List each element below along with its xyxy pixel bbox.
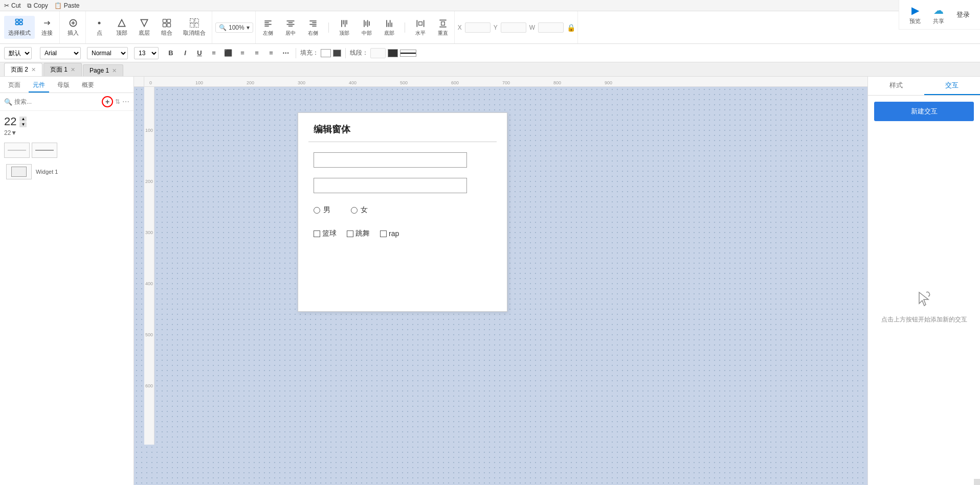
paste-label: Paste [64, 2, 80, 9]
share-btn[interactable]: ☁ 共享 [929, 2, 948, 27]
bottom-align-btn[interactable]: 底部 [380, 17, 398, 38]
preview-label: 预览 [909, 17, 921, 25]
left-align-group: 左侧 [259, 17, 277, 38]
right-tab-interaction[interactable]: 交互 [924, 77, 981, 95]
checkbox-dance[interactable]: 跳舞 [347, 229, 370, 238]
sidebar-tab-masters[interactable]: 母版 [53, 79, 74, 93]
tab-page2-label: 页面 2 [11, 65, 28, 74]
svg-rect-3 [19, 22, 23, 25]
distribute-h-btn[interactable]: 水平 [411, 17, 430, 38]
tab-page2[interactable]: 页面 2 ✕ [4, 63, 42, 76]
group-btn[interactable]: 组合 [157, 16, 177, 39]
top-align-btn[interactable]: 顶部 [335, 17, 353, 38]
share-label: 共享 [933, 17, 944, 25]
canvas-input-1[interactable] [314, 152, 467, 168]
x-input[interactable] [465, 22, 491, 33]
fill-color-white[interactable] [321, 49, 331, 57]
add-icon[interactable]: + [105, 98, 109, 106]
bottom-btn[interactable]: 底层 [134, 16, 154, 39]
italic-btn[interactable]: I [179, 47, 191, 59]
insert-btn[interactable]: 插入 [63, 16, 83, 39]
sidebar-tab-components[interactable]: 元件 [29, 79, 49, 93]
tab-page1[interactable]: 页面 1 ✕ [43, 63, 82, 76]
align-left-text-btn[interactable]: ⬛ [222, 47, 234, 59]
sidebar-tab-pages[interactable]: 页面 [4, 79, 25, 93]
connect-btn[interactable]: 连接 [37, 16, 57, 39]
search-input[interactable] [14, 98, 100, 105]
zoom-value: 100% [229, 24, 244, 31]
canvas-area[interactable]: 0 100 200 300 400 500 600 700 800 900 10… [134, 77, 867, 485]
cut-icon: ✂ [4, 2, 9, 9]
align-right-text-btn[interactable]: ≡ [251, 47, 263, 59]
tab-page-en[interactable]: Page 1 ✕ [83, 64, 123, 76]
middle-align-btn[interactable]: 中部 [358, 17, 376, 38]
tab-page2-close[interactable]: ✕ [31, 66, 36, 73]
stepper-down[interactable]: ▼ [19, 122, 27, 127]
annotation-add-circle: + [102, 96, 113, 107]
ungroup-btn[interactable]: 取消组合 [179, 16, 210, 39]
copy-menu-item[interactable]: ⧉ Copy [27, 2, 48, 9]
interaction-empty-hint: 点击上方按钮开始添加新的交互 [873, 315, 975, 324]
stroke-color[interactable] [388, 49, 398, 57]
canvas-content: 100 200 300 400 500 600 编辑窗体 [144, 87, 867, 485]
justify-text-btn[interactable]: ≡ [265, 47, 277, 59]
font-family-select[interactable]: Arial [40, 47, 81, 59]
checkbox-rap-box [380, 230, 387, 237]
checkbox-basketball[interactable]: 篮球 [314, 229, 337, 238]
bold-btn[interactable]: B [165, 47, 177, 59]
sidebar-tab-summary[interactable]: 概要 [78, 79, 98, 93]
tab-page-en-close[interactable]: ✕ [112, 67, 117, 74]
stepper-up[interactable]: ▲ [19, 117, 27, 122]
widget-preview-line2 [32, 143, 57, 158]
right-align-btn[interactable]: 右侧 [304, 17, 322, 38]
y-input[interactable] [501, 22, 526, 33]
default-style-select[interactable]: 默认 [4, 47, 32, 59]
select-mode-btn[interactable]: 选择模式 [4, 16, 35, 39]
center-align-btn[interactable]: 居中 [281, 17, 300, 38]
right-align-group: 右侧 [304, 17, 322, 38]
ruler-800: 800 [553, 80, 561, 85]
radio-female[interactable]: 女 [351, 205, 368, 215]
new-interaction-btn[interactable]: 新建交互 [874, 102, 974, 121]
preview-btn[interactable]: ▶ 预览 [905, 2, 925, 27]
ruler-300: 300 [298, 80, 305, 85]
more-text-icon: ⋯ [282, 49, 289, 57]
fill-color-dark[interactable] [333, 50, 341, 57]
checkbox-rap-label: rap [389, 229, 399, 238]
resize-handle[interactable] [974, 479, 980, 485]
more-text-btn[interactable]: ⋯ [279, 47, 292, 59]
radio-male-label: 男 [323, 205, 330, 215]
font-style-select[interactable]: Normal [87, 47, 128, 59]
login-btn[interactable]: 登录 [952, 8, 974, 21]
distribute-v-btn[interactable]: 重直 [434, 17, 452, 38]
svg-rect-17 [195, 24, 199, 28]
canvas-input-2[interactable] [314, 178, 467, 193]
svg-rect-2 [16, 22, 19, 25]
middle-align-icon [361, 18, 373, 29]
tab-page1-close[interactable]: ✕ [71, 66, 75, 73]
lock-icon: 🔒 [567, 24, 575, 32]
cut-menu-item[interactable]: ✂ Cut [4, 2, 21, 9]
svg-point-7 [98, 22, 101, 25]
paste-menu-item[interactable]: 📋 Paste [54, 2, 80, 9]
checkbox-rap[interactable]: rap [380, 229, 399, 238]
radio-male[interactable]: 男 [314, 205, 330, 215]
top-btn[interactable]: 顶部 [112, 16, 132, 39]
more-options-icon[interactable]: ⋯ [122, 98, 129, 106]
stroke-separator [345, 48, 346, 58]
dot-btn[interactable]: 点 [89, 16, 109, 39]
align-center-text-btn[interactable]: ≡ [236, 47, 249, 59]
right-tab-style[interactable]: 样式 [868, 77, 924, 95]
sort-icon[interactable]: ⇅ [115, 98, 120, 105]
left-align-btn[interactable]: 左侧 [259, 17, 277, 38]
widget-item-1[interactable]: Widget 1 [4, 162, 129, 181]
zoom-control[interactable]: 🔍 100% ▾ [215, 22, 253, 33]
stroke-width-input[interactable] [370, 48, 386, 58]
underline-btn[interactable]: U [193, 47, 206, 59]
radio-female-circle [351, 207, 358, 214]
font-size-select[interactable]: 13 [134, 47, 159, 59]
stroke-style[interactable] [400, 50, 416, 57]
list-btn[interactable]: ≡ [208, 47, 220, 59]
new-interaction-btn-label: 新建交互 [911, 107, 938, 115]
w-input[interactable] [538, 22, 564, 33]
